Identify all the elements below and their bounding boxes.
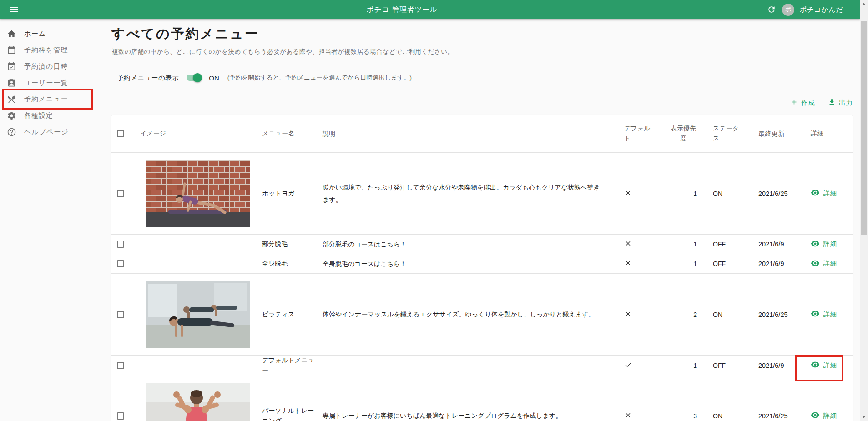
sidebar-item-label: ホーム [24, 30, 46, 38]
detail-cell: 詳細 [801, 411, 853, 421]
table-row: ピラティス体幹やインナーマッスルを鍛えるエクササイズ。ゆっくり体を動かし、しっか… [111, 273, 853, 355]
status: ON [697, 311, 748, 318]
col-header-detail: 詳細 [801, 130, 853, 138]
app-root: ポチコ 管理者ツール ポ ポチコかんだ ホーム予約枠を管理予約済の日時ユーザー一… [0, 0, 868, 421]
col-header-description: 説明 [320, 128, 611, 140]
cross-icon [624, 259, 632, 268]
sidebar-item-calendar[interactable]: 予約枠を管理 [0, 42, 111, 58]
menu-name: ホットヨガ [253, 189, 320, 199]
last-updated: 2021/6/9 [748, 241, 801, 248]
image-cell [134, 160, 253, 227]
status: ON [697, 412, 748, 420]
row-checkbox-cell [111, 412, 134, 420]
row-checkbox[interactable] [117, 311, 124, 318]
menu-description: 全身脱毛のコースはこちら！ [320, 258, 611, 270]
sidebar-item-label: 各種設定 [24, 111, 53, 120]
detail-link[interactable]: 詳細 [811, 411, 837, 421]
last-updated: 2021/6/25 [748, 412, 801, 420]
menu-description: 暖かい環境で、たっぷり発汗して余分な水分や老廃物を排出。カラダも心もクリアな状態… [320, 181, 611, 205]
sidebar-item-gear[interactable]: 各種設定 [0, 107, 111, 124]
priority: 1 [666, 362, 697, 369]
default-mark [611, 189, 666, 198]
row-checkbox[interactable] [117, 362, 124, 369]
create-button[interactable]: 作成 [790, 98, 815, 107]
avatar[interactable]: ポ [782, 4, 794, 16]
sidebar-item-label: ヘルプページ [24, 128, 69, 136]
col-header-menu-name: メニュー名 [253, 129, 320, 139]
table-actions: 作成 出力 [790, 98, 853, 107]
detail-link-label: 詳細 [823, 190, 837, 198]
toggle-state: ON [209, 74, 219, 82]
detail-link[interactable]: 詳細 [811, 188, 837, 199]
detail-link-label: 詳細 [823, 361, 837, 370]
menu-image [146, 281, 250, 348]
row-checkbox-cell [111, 362, 134, 369]
default-mark [611, 240, 666, 249]
eye-icon [811, 188, 820, 199]
row-checkbox-cell [111, 241, 134, 248]
default-mark [611, 310, 666, 319]
priority: 1 [666, 241, 697, 248]
sidebar-item-home[interactable]: ホーム [0, 25, 111, 42]
menu-image [146, 160, 250, 227]
download-icon [828, 98, 836, 107]
col-header-priority: 表示優先度 [666, 124, 697, 143]
detail-cell: 詳細 [801, 309, 853, 320]
scrollbar-down-arrow[interactable] [862, 416, 866, 418]
last-updated: 2021/6/25 [748, 311, 801, 318]
image-cell [134, 281, 253, 348]
refresh-icon[interactable] [767, 5, 777, 15]
cross-icon [624, 411, 632, 421]
select-all-checkbox[interactable] [117, 130, 124, 137]
detail-link[interactable]: 詳細 [811, 259, 837, 269]
sidebar-item-help[interactable]: ヘルプページ [0, 124, 111, 140]
table-row: 部分脱毛部分脱毛のコースはこちら！1OFF2021/6/9詳細 [111, 234, 853, 254]
eye-icon [811, 309, 820, 320]
detail-link[interactable]: 詳細 [811, 239, 837, 250]
menu-name: 部分脱毛 [253, 239, 320, 249]
menu-name: デフォルトメニュー [253, 356, 320, 375]
default-mark [611, 361, 666, 370]
create-button-label: 作成 [801, 99, 815, 107]
menu-image [146, 383, 250, 421]
detail-cell: 詳細 [801, 360, 853, 371]
row-checkbox[interactable] [117, 241, 124, 248]
priority: 2 [666, 311, 697, 318]
row-checkbox[interactable] [117, 260, 124, 267]
menu-icon[interactable] [8, 4, 20, 15]
restaurant-icon [7, 95, 16, 104]
check-icon [624, 361, 632, 370]
sidebar-item-calendar-check[interactable]: 予約済の日時 [0, 58, 111, 75]
priority: 1 [666, 260, 697, 267]
priority: 3 [666, 412, 697, 420]
sidebar-item-user-list[interactable]: ユーザー一覧 [0, 75, 111, 91]
eye-icon [811, 239, 820, 250]
menu-description: 体幹やインナーマッスルを鍛えるエクササイズ。ゆっくり体を動かし、しっかりと鍛えま… [320, 308, 611, 321]
gear-icon [7, 111, 16, 120]
scrollbar-up-arrow[interactable] [862, 3, 866, 5]
scrollbar-thumb[interactable] [861, 21, 867, 235]
detail-link[interactable]: 詳細 [811, 309, 837, 320]
sidebar: ホーム予約枠を管理予約済の日時ユーザー一覧予約メニュー各種設定ヘルプページ [0, 19, 111, 140]
col-header-default: デフォルト [611, 124, 666, 143]
detail-link[interactable]: 詳細 [811, 360, 837, 371]
row-checkbox[interactable] [117, 190, 124, 197]
scrollbar[interactable] [860, 0, 868, 421]
status: ON [697, 190, 748, 197]
last-updated: 2021/6/25 [748, 190, 801, 197]
table-row: パーソナルトレーニング専属トレーナーがお客様にいちばん最適なトレーニングプログラ… [111, 375, 853, 421]
export-button[interactable]: 出力 [828, 98, 853, 107]
priority: 1 [666, 190, 697, 197]
app-title: ポチコ 管理者ツール [367, 0, 438, 19]
avatar-initial: ポ [785, 5, 791, 14]
menu-name: 全身脱毛 [253, 259, 320, 269]
table-header-row: イメージメニュー名説明デフォルト表示優先度ステータス最終更新詳細 [111, 115, 853, 152]
sidebar-item-restaurant[interactable]: 予約メニュー [0, 91, 111, 107]
main-content: すべての予約メニュー 複数の店舗の中から、どこに行くのかを決めてもらう必要がある… [111, 19, 860, 421]
home-icon [7, 29, 16, 39]
last-updated: 2021/6/9 [748, 260, 801, 267]
page-title: すべての予約メニュー [111, 25, 259, 43]
menu-display-toggle[interactable] [185, 73, 202, 82]
row-checkbox[interactable] [117, 412, 124, 420]
detail-cell: 詳細 [801, 259, 853, 269]
